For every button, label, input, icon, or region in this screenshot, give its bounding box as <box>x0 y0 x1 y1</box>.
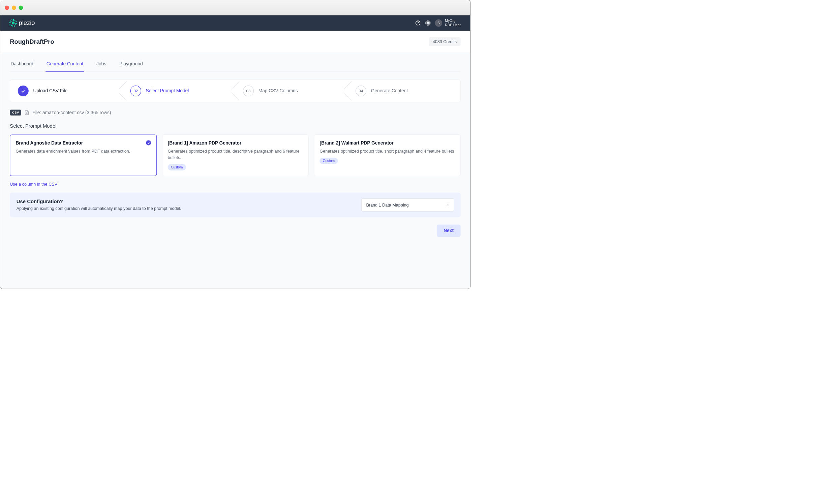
page-title: RoughDraftPro <box>10 38 54 45</box>
tabs: Dashboard Generate Content Jobs Playgrou… <box>10 53 460 72</box>
model-card-walmart-pdp[interactable]: [Brand 2] Walmart PDP Generator Generate… <box>314 134 461 176</box>
svg-point-1 <box>418 24 418 24</box>
model-cards: Brand Agnostic Data Extractor Generates … <box>10 134 460 176</box>
stepper: Upload CSV File 02 Select Prompt Model 0… <box>10 80 460 102</box>
app-window: plezio S MyOrg RDP User RoughDraftPro 40… <box>0 0 470 289</box>
use-csv-column-link[interactable]: Use a column in the CSV <box>10 182 460 187</box>
svg-point-2 <box>427 22 429 24</box>
step-label: Map CSV Columns <box>259 88 298 94</box>
config-box: Use Configuration? Applying an existing … <box>10 193 460 217</box>
custom-badge: Custom <box>168 164 186 170</box>
file-icon <box>24 110 29 115</box>
step-number: 02 <box>130 86 141 96</box>
step-label: Select Prompt Model <box>146 88 189 94</box>
config-select[interactable]: Brand 1 Data Mapping <box>361 198 454 211</box>
step-number: 03 <box>243 86 254 96</box>
logo-icon <box>10 20 16 26</box>
model-card-brand-agnostic[interactable]: Brand Agnostic Data Extractor Generates … <box>10 134 157 176</box>
brand-logo[interactable]: plezio <box>10 20 35 27</box>
section-title: Select Prompt Model <box>10 123 460 129</box>
check-icon <box>18 86 29 96</box>
tab-playground[interactable]: Playground <box>119 59 144 71</box>
csv-badge: CSV <box>10 109 21 115</box>
step-label: Generate Content <box>371 88 408 94</box>
credits-badge: 4083 Credits <box>429 37 460 46</box>
tab-dashboard[interactable]: Dashboard <box>10 59 34 71</box>
user-text: MyOrg RDP User <box>445 19 460 28</box>
page-header: RoughDraftPro 4083 Credits <box>0 31 470 53</box>
card-title: [Brand 2] Walmart PDP Generator <box>320 140 455 146</box>
step-upload-csv[interactable]: Upload CSV File <box>10 80 123 102</box>
custom-badge: Custom <box>320 158 338 164</box>
tab-jobs[interactable]: Jobs <box>96 59 107 71</box>
window-minimize-button[interactable] <box>12 5 16 10</box>
user-org: MyOrg <box>445 19 460 23</box>
step-generate-content[interactable]: 04 Generate Content <box>348 80 460 102</box>
brand-name: plezio <box>19 20 35 27</box>
window-close-button[interactable] <box>5 5 9 10</box>
card-desc: Generates optimized product title, descr… <box>168 148 303 161</box>
tab-generate-content[interactable]: Generate Content <box>45 59 84 71</box>
model-card-amazon-pdp[interactable]: [Brand 1] Amazon PDP Generator Generates… <box>162 134 309 176</box>
config-desc: Applying an existing configuration will … <box>17 206 356 211</box>
footer-actions: Next <box>10 224 460 237</box>
user-name: RDP User <box>445 23 460 27</box>
step-select-prompt-model[interactable]: 02 Select Prompt Model <box>123 80 235 102</box>
next-button[interactable]: Next <box>437 224 461 237</box>
window-titlebar <box>0 0 470 15</box>
top-nav: plezio S MyOrg RDP User <box>0 15 470 31</box>
window-maximize-button[interactable] <box>19 5 23 10</box>
check-icon <box>146 140 151 146</box>
file-info-row: CSV File: amazon-content.csv (3,365 rows… <box>10 109 460 115</box>
step-number: 04 <box>356 86 366 96</box>
main-content: Dashboard Generate Content Jobs Playgrou… <box>0 53 470 289</box>
config-title: Use Configuration? <box>17 199 356 205</box>
card-title: [Brand 1] Amazon PDP Generator <box>168 140 303 146</box>
user-menu[interactable]: S MyOrg RDP User <box>435 19 461 28</box>
card-desc: Generates data enrichment values from PD… <box>16 148 151 154</box>
step-label: Upload CSV File <box>33 88 68 94</box>
gear-icon[interactable] <box>425 20 431 26</box>
step-map-csv-columns[interactable]: 03 Map CSV Columns <box>235 80 348 102</box>
card-title: Brand Agnostic Data Extractor <box>16 140 151 146</box>
help-icon[interactable] <box>415 20 421 26</box>
avatar: S <box>435 19 443 27</box>
file-text: File: amazon-content.csv (3,365 rows) <box>32 110 111 115</box>
card-desc: Generates optimized product title, short… <box>320 148 455 154</box>
